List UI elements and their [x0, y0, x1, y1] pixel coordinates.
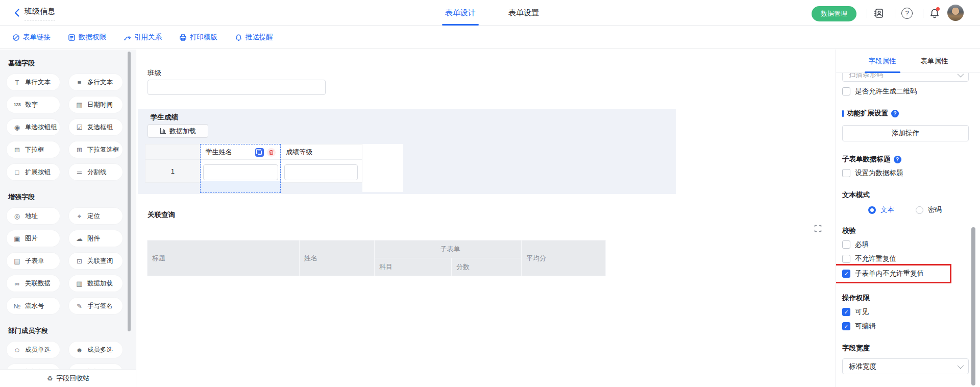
field-item-radio-group[interactable]: ◉单选按钮组	[7, 119, 60, 135]
toolbar-item-label: 表单链接	[23, 33, 51, 42]
field-item-extend-button[interactable]: □扩展按钮	[7, 164, 60, 180]
tab-field-properties[interactable]: 字段属性	[869, 50, 896, 73]
tab-form-design[interactable]: 表单设计	[445, 0, 476, 26]
class-field-input[interactable]	[148, 80, 326, 95]
permissions-title: 操作权限	[842, 294, 870, 303]
field-item-linked-data[interactable]: ∞关联数据	[7, 275, 60, 292]
checkbox-unchecked[interactable]	[842, 169, 850, 177]
field-item-serial-number[interactable]: №流水号	[7, 298, 60, 314]
help-icon[interactable]: ?	[901, 8, 913, 19]
sidebar-scrollbar[interactable]	[128, 52, 131, 331]
radio-unselected[interactable]	[916, 206, 923, 214]
toolbar-item-label: 引用关系	[134, 33, 162, 42]
student-name-input[interactable]	[203, 164, 278, 180]
panel-scrollbar[interactable]	[971, 227, 975, 385]
qr-code-checkbox-row[interactable]: 是否允许生成二维码	[842, 87, 917, 96]
checkbox-checked[interactable]: ✓	[842, 308, 850, 316]
field-item-lookup-query[interactable]: ⊡关联查询	[69, 253, 122, 269]
no-duplicate-label: 不允许重复值	[855, 254, 896, 263]
add-action-button[interactable]: 添加操作	[842, 125, 969, 141]
field-width-select[interactable]: 标准宽度	[842, 358, 969, 374]
checkbox-unchecked[interactable]	[842, 87, 850, 95]
extension-settings-header: 功能扩展设置 ?	[842, 109, 899, 118]
field-item-label: 流水号	[25, 302, 44, 310]
field-item-label: 数字	[25, 101, 38, 109]
text-mode-option-text[interactable]: 文本	[868, 205, 894, 214]
checkbox-unchecked[interactable]	[842, 255, 850, 263]
print-template-icon	[179, 34, 187, 41]
user-avatar[interactable]	[947, 5, 964, 21]
field-item-address[interactable]: ◎地址	[7, 208, 60, 224]
lookup-table[interactable]: 标题 姓名 子表单 平均分 科目 分数	[147, 240, 606, 276]
field-item-member-multi[interactable]: ☻成员多选	[69, 342, 122, 358]
checkbox-checked[interactable]: ✓	[842, 270, 850, 278]
field-item-number[interactable]: 123数字	[7, 96, 60, 113]
field-item-single-line-text[interactable]: T单行文本	[7, 74, 60, 90]
reference-relation-icon	[124, 34, 131, 41]
tab-form-settings[interactable]: 表单设置	[508, 0, 539, 26]
field-item-datetime[interactable]: ▦日期时间	[69, 96, 122, 113]
toolbar-item-label: 数据权限	[79, 33, 106, 42]
text-mode-option-password[interactable]: 密码	[916, 205, 942, 214]
field-recycle-bin[interactable]: ♻ 字段回收站	[0, 369, 136, 387]
bar-chart-icon	[160, 128, 166, 134]
delete-column-icon[interactable]	[267, 148, 276, 157]
member-single-icon: ☺	[13, 346, 21, 354]
required-checkbox-row[interactable]: 必填	[842, 240, 869, 249]
question-icon[interactable]: ?	[894, 156, 901, 163]
checkbox-checked[interactable]: ✓	[842, 322, 850, 330]
radio-group-icon: ◉	[13, 124, 21, 131]
field-item-signature[interactable]: ✎手写签名	[69, 298, 122, 314]
field-item-locate[interactable]: ⌖定位	[69, 208, 122, 224]
field-item-data-load[interactable]: ▥数据加载	[69, 275, 122, 292]
field-item-dropdown[interactable]: ⊟下拉框	[7, 141, 60, 158]
required-label: 必填	[855, 240, 869, 249]
subform-no-duplicate-checkbox-row[interactable]: ✓ 子表单内不允许重复值	[842, 269, 924, 278]
divider-icon: ═	[76, 168, 83, 176]
toolbar-item-label: 打印模版	[190, 33, 217, 42]
subform-add-column-area[interactable]	[362, 144, 403, 192]
no-duplicate-checkbox-row[interactable]: 不允许重复值	[842, 254, 896, 263]
section-title-member-fields: 部门成员字段	[7, 326, 129, 335]
field-item-checkbox-group[interactable]: ☑复选框组	[69, 119, 122, 135]
radio-selected[interactable]	[868, 206, 876, 214]
set-data-title-checkbox-row[interactable]: 设置为数据标题	[842, 168, 903, 178]
data-load-button-label: 数据加载	[169, 127, 196, 136]
field-item-image[interactable]: ▣图片	[7, 230, 60, 247]
field-item-attachment[interactable]: ☁附件	[69, 230, 122, 247]
copy-column-icon[interactable]	[255, 148, 264, 157]
field-item-subform[interactable]: ▤子表单	[7, 253, 60, 269]
data-manage-button[interactable]: 数据管理	[812, 6, 856, 21]
dropdown-multi-icon: ⊞	[76, 146, 83, 154]
divider	[867, 9, 867, 18]
doc-title[interactable]: 班级信息	[24, 7, 55, 20]
editable-checkbox-row[interactable]: ✓ 可编辑	[842, 322, 876, 331]
validation-title: 校验	[842, 226, 856, 235]
member-multi-icon: ☻	[76, 346, 83, 354]
permissions-header: 操作权限	[842, 294, 870, 303]
field-width-value: 标准宽度	[849, 362, 876, 371]
visible-checkbox-row[interactable]: ✓ 可见	[842, 307, 869, 317]
grade-level-input[interactable]	[284, 164, 358, 180]
checkbox-unchecked[interactable]	[842, 240, 850, 249]
field-item-member-single[interactable]: ☺成员单选	[7, 342, 60, 358]
toolbar-item-push-reminder[interactable]: 推送提醒	[235, 33, 273, 42]
toolbar-item-data-permission[interactable]: 数据权限	[68, 33, 106, 42]
subform-data-load-button[interactable]: 数据加载	[148, 124, 208, 138]
toolbar-item-reference-relation[interactable]: 引用关系	[124, 33, 162, 42]
field-item-divider[interactable]: ═分割线	[69, 164, 122, 180]
enhanced-fields-grid: ◎地址 ⌖定位 ▣图片 ☁附件 ▤子表单 ⊡关联查询 ∞关联数据 ▥数据加载 №…	[7, 208, 129, 314]
back-icon[interactable]	[12, 8, 22, 18]
question-icon[interactable]: ?	[891, 110, 899, 117]
panel-tabs: 字段属性 表单属性	[836, 50, 980, 73]
extension-settings-title: 功能扩展设置	[847, 109, 888, 118]
field-item-dropdown-multi[interactable]: ⊞下拉复选框	[69, 141, 122, 158]
toolbar-item-print-template[interactable]: 打印模版	[179, 33, 217, 42]
attachment-icon: ☁	[76, 235, 83, 243]
field-item-multi-line-text[interactable]: ≡多行文本	[69, 74, 122, 90]
expand-icon[interactable]	[814, 225, 822, 232]
toolbar-item-form-link[interactable]: 表单链接	[12, 33, 51, 42]
tab-form-properties[interactable]: 表单属性	[921, 50, 948, 73]
subform-column-grade-level[interactable]: 成绩等级	[281, 144, 362, 160]
contact-book-icon[interactable]	[873, 8, 885, 19]
